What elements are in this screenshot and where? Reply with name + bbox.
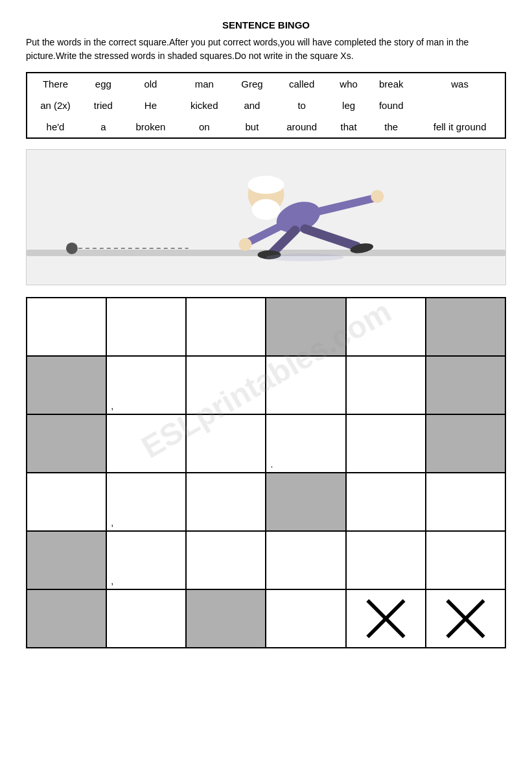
word-cell: found bbox=[367, 95, 415, 116]
bingo-cell[interactable] bbox=[346, 298, 426, 356]
word-cell: tried bbox=[84, 95, 123, 116]
bingo-cell[interactable]: , bbox=[106, 531, 186, 589]
bingo-cell[interactable] bbox=[27, 531, 106, 589]
bingo-cell[interactable]: , bbox=[106, 473, 186, 531]
word-bank-row-3: he'd a broken on but around that the fel… bbox=[27, 116, 505, 138]
bingo-cell[interactable] bbox=[266, 356, 345, 414]
svg-point-10 bbox=[239, 238, 252, 251]
word-cell: He bbox=[123, 95, 178, 116]
word-cell: the bbox=[367, 116, 415, 138]
bingo-cell[interactable] bbox=[346, 589, 426, 648]
bingo-cell[interactable] bbox=[186, 298, 266, 356]
word-cell: kicked bbox=[178, 95, 230, 116]
bingo-cell[interactable] bbox=[346, 356, 426, 414]
bingo-cell[interactable] bbox=[346, 473, 426, 531]
bingo-cell[interactable] bbox=[426, 356, 505, 414]
bingo-cell[interactable] bbox=[426, 589, 505, 648]
bingo-cell[interactable] bbox=[106, 589, 186, 648]
word-cell: old bbox=[123, 73, 178, 95]
word-cell: was bbox=[415, 73, 505, 95]
word-cell: and bbox=[230, 95, 273, 116]
bingo-cell[interactable] bbox=[106, 414, 186, 473]
word-cell: leg bbox=[330, 95, 367, 116]
svg-line-7 bbox=[308, 198, 376, 214]
word-cell bbox=[415, 95, 505, 116]
bingo-cell[interactable] bbox=[27, 473, 106, 531]
bingo-grid: ,.,, bbox=[26, 297, 506, 648]
word-cell: egg bbox=[84, 73, 123, 95]
word-cell: Greg bbox=[230, 73, 273, 95]
svg-point-15 bbox=[266, 254, 344, 261]
word-cell: break bbox=[367, 73, 415, 95]
word-cell: but bbox=[230, 116, 273, 138]
svg-point-1 bbox=[66, 243, 78, 254]
word-cell: to bbox=[273, 95, 330, 116]
word-cell: broken bbox=[123, 116, 178, 138]
bingo-cell[interactable] bbox=[266, 473, 345, 531]
bingo-cell[interactable] bbox=[186, 414, 266, 473]
word-cell: who bbox=[330, 73, 367, 95]
svg-point-5 bbox=[252, 199, 281, 220]
bingo-cell[interactable]: , bbox=[106, 356, 186, 414]
svg-point-8 bbox=[371, 190, 384, 203]
cell-label: , bbox=[111, 401, 113, 411]
illustration-area bbox=[26, 149, 506, 285]
word-cell: fell it ground bbox=[415, 116, 505, 138]
bingo-cell[interactable] bbox=[186, 356, 266, 414]
bingo-cell[interactable] bbox=[426, 298, 505, 356]
bingo-cell[interactable] bbox=[106, 298, 186, 356]
word-cell: he'd bbox=[27, 116, 84, 138]
word-cell: that bbox=[330, 116, 367, 138]
bingo-cell[interactable] bbox=[426, 473, 505, 531]
x-mark-icon bbox=[347, 590, 425, 647]
bingo-row: . bbox=[27, 414, 505, 473]
word-cell: on bbox=[178, 116, 230, 138]
cell-label: , bbox=[111, 517, 113, 528]
bingo-cell[interactable] bbox=[426, 531, 505, 589]
word-bank-row-1: There egg old man Greg called who break … bbox=[27, 73, 505, 95]
cell-label: , bbox=[111, 576, 113, 586]
bingo-row: , bbox=[27, 531, 505, 589]
bingo-row bbox=[27, 298, 505, 356]
instructions-text: Put the words in the correct square.Afte… bbox=[26, 36, 506, 63]
man-illustration bbox=[27, 150, 505, 285]
bingo-row bbox=[27, 589, 505, 648]
word-bank-table: There egg old man Greg called who break … bbox=[26, 72, 506, 139]
bingo-cell[interactable] bbox=[27, 589, 106, 648]
bingo-cell[interactable] bbox=[346, 414, 426, 473]
cell-label: . bbox=[270, 459, 273, 469]
bingo-cell[interactable] bbox=[186, 531, 266, 589]
svg-line-11 bbox=[305, 229, 356, 246]
x-mark-icon bbox=[426, 590, 505, 647]
word-cell: man bbox=[178, 73, 230, 95]
bingo-row: , bbox=[27, 473, 505, 531]
word-cell: around bbox=[273, 116, 330, 138]
bingo-cell[interactable] bbox=[27, 414, 106, 473]
bingo-cell[interactable] bbox=[426, 414, 505, 473]
bingo-cell[interactable] bbox=[266, 298, 345, 356]
bingo-cell[interactable] bbox=[266, 589, 345, 648]
word-cell: There bbox=[27, 73, 84, 95]
svg-point-6 bbox=[248, 176, 284, 194]
word-cell: a bbox=[84, 116, 123, 138]
bingo-row: , bbox=[27, 356, 505, 414]
bingo-cell[interactable] bbox=[186, 473, 266, 531]
page-title: SENTENCE BINGO bbox=[26, 19, 506, 30]
bingo-cell[interactable]: . bbox=[266, 414, 345, 473]
bingo-cell[interactable] bbox=[266, 531, 345, 589]
word-cell: called bbox=[273, 73, 330, 95]
word-bank-row-2: an (2x) tried He kicked and to leg found bbox=[27, 95, 505, 116]
svg-line-13 bbox=[272, 230, 295, 253]
bingo-cell[interactable] bbox=[186, 589, 266, 648]
bingo-cell[interactable] bbox=[346, 531, 426, 589]
bingo-cell[interactable] bbox=[27, 298, 106, 356]
word-cell: an (2x) bbox=[27, 95, 84, 116]
bingo-cell[interactable] bbox=[27, 356, 106, 414]
